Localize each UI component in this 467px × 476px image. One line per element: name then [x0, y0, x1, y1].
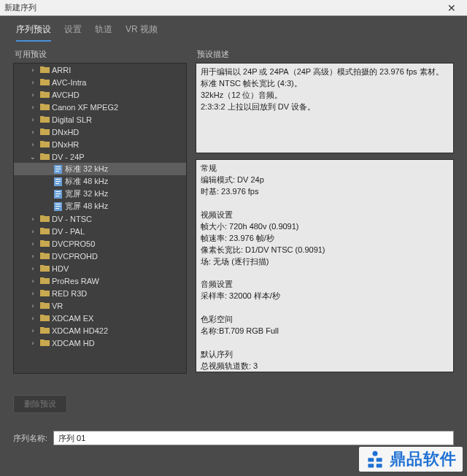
chevron-right-icon[interactable]: ›: [28, 91, 37, 99]
tree-folder[interactable]: ›DNxHD: [14, 126, 186, 138]
tree-folder[interactable]: ›RED R3D: [14, 287, 186, 299]
preset-details-text: 常规 编辑模式: DV 24p 时基: 23.976 fps 视频设置 帧大小:…: [196, 159, 454, 372]
chevron-right-icon[interactable]: ›: [28, 315, 37, 322]
chevron-right-icon[interactable]: ›: [28, 141, 37, 148]
tree-item-label: ARRI: [52, 66, 71, 74]
tree-item-label: 宽屏 48 kHz: [65, 201, 108, 212]
tab-bar: 序列预设设置轨道VR 视频: [0, 16, 467, 42]
tree-folder[interactable]: ›XDCAM HD: [14, 337, 186, 349]
tree-item-label: AVC-Intra: [52, 78, 86, 87]
folder-icon: [39, 227, 50, 236]
tree-folder[interactable]: ›DNxHR: [14, 138, 186, 150]
svg-point-16: [373, 451, 378, 456]
tree-preset[interactable]: 标准 48 kHz: [14, 175, 186, 188]
chevron-right-icon[interactable]: ›: [28, 302, 37, 310]
svg-rect-13: [55, 204, 61, 204]
tree-item-label: DVCPRO50: [52, 239, 95, 248]
sequence-name-input[interactable]: [53, 431, 454, 445]
folder-icon: [39, 78, 50, 87]
chevron-right-icon[interactable]: ›: [28, 215, 37, 223]
chevron-right-icon[interactable]: ›: [28, 240, 37, 247]
svg-rect-6: [55, 181, 61, 182]
tree-folder[interactable]: ›Canon XF MPEG2: [14, 101, 186, 113]
close-icon[interactable]: ✕: [441, 2, 463, 14]
tab-2[interactable]: 轨道: [95, 23, 112, 42]
svg-rect-19: [368, 464, 374, 467]
tree-preset[interactable]: 宽屏 48 kHz: [14, 200, 186, 212]
tree-preset[interactable]: 标准 32 kHz: [14, 163, 186, 175]
window-titlebar: 新建序列 ✕: [0, 0, 467, 16]
chevron-right-icon[interactable]: ›: [28, 79, 37, 86]
tree-folder[interactable]: ›VR: [14, 299, 186, 312]
chevron-right-icon[interactable]: ›: [28, 253, 37, 260]
svg-rect-18: [377, 458, 382, 461]
svg-rect-9: [55, 191, 61, 192]
chevron-right-icon[interactable]: ›: [28, 128, 37, 136]
tree-folder[interactable]: ›XDCAM HD422: [14, 324, 186, 337]
tree-item-label: 标准 32 kHz: [65, 164, 108, 174]
folder-icon: [39, 103, 50, 112]
tree-item-label: RED R3D: [52, 289, 87, 298]
tree-folder[interactable]: ›DV - NTSC: [14, 212, 186, 225]
window-title: 新建序列: [4, 2, 441, 13]
svg-rect-7: [55, 183, 59, 184]
chevron-right-icon[interactable]: ›: [28, 228, 37, 235]
tree-item-label: Digital SLR: [52, 115, 92, 124]
folder-icon: [39, 140, 50, 149]
tree-folder[interactable]: ›HDV: [14, 262, 186, 275]
folder-icon: [39, 314, 50, 323]
tree-folder[interactable]: ›AVCHD: [14, 88, 186, 101]
tree-item-label: Canon XF MPEG2: [52, 103, 118, 112]
chevron-right-icon[interactable]: ›: [28, 339, 37, 347]
watermark: 鼎品软件: [359, 447, 463, 472]
tree-folder[interactable]: ›AVC-Intra: [14, 76, 186, 88]
chevron-right-icon[interactable]: ›: [28, 290, 37, 297]
tree-folder[interactable]: ›Digital SLR: [14, 113, 186, 126]
watermark-icon: [365, 449, 385, 469]
chevron-right-icon[interactable]: ›: [28, 116, 37, 123]
tree-item-label: DV - 24P: [52, 153, 85, 161]
chevron-right-icon[interactable]: ›: [28, 104, 37, 111]
folder-icon: [39, 326, 50, 335]
tree-item-label: 宽屏 32 kHz: [65, 188, 108, 199]
tree-folder[interactable]: ›XDCAM EX: [14, 312, 186, 324]
folder-icon: [39, 339, 50, 348]
chevron-right-icon[interactable]: ›: [28, 265, 37, 272]
preset-icon: [53, 165, 63, 174]
tree-folder[interactable]: ›ARRI: [14, 64, 186, 76]
svg-rect-1: [55, 166, 61, 167]
folder-icon: [39, 302, 50, 310]
tree-preset[interactable]: 宽屏 32 kHz: [14, 188, 186, 200]
tab-0[interactable]: 序列预设: [16, 23, 51, 42]
folder-icon: [39, 215, 50, 223]
tree-item-label: XDCAM HD422: [52, 326, 108, 335]
svg-rect-20: [377, 464, 382, 467]
preset-tree[interactable]: ›ARRI›AVC-Intra›AVCHD›Canon XF MPEG2›Dig…: [13, 63, 187, 374]
folder-icon: [39, 153, 50, 161]
sequence-name-label: 序列名称:: [13, 433, 47, 444]
tree-folder[interactable]: ›ProRes RAW: [14, 275, 186, 287]
folder-icon: [39, 239, 50, 248]
chevron-right-icon[interactable]: ›: [28, 327, 37, 334]
chevron-down-icon[interactable]: ⌄: [28, 153, 37, 161]
available-presets-header: 可用预设: [13, 49, 187, 60]
watermark-text: 鼎品软件: [390, 448, 457, 470]
tree-item-label: ProRes RAW: [52, 277, 99, 285]
tree-folder[interactable]: ⌄DV - 24P: [14, 150, 186, 163]
folder-icon: [39, 264, 50, 273]
tree-item-label: DV - PAL: [52, 227, 85, 236]
tab-1[interactable]: 设置: [64, 23, 82, 42]
tree-folder[interactable]: ›DV - PAL: [14, 225, 186, 237]
tree-folder[interactable]: ›DVCPRO50: [14, 237, 186, 250]
tab-3[interactable]: VR 视频: [126, 23, 158, 42]
svg-rect-10: [55, 193, 61, 194]
folder-icon: [39, 66, 50, 74]
folder-icon: [39, 91, 50, 99]
tree-item-label: AVCHD: [52, 91, 80, 99]
chevron-right-icon[interactable]: ›: [28, 277, 37, 285]
folder-icon: [39, 252, 50, 261]
tree-folder[interactable]: ›DVCPROHD: [14, 250, 186, 262]
chevron-right-icon[interactable]: ›: [28, 66, 37, 74]
svg-rect-15: [55, 208, 59, 209]
tree-item-label: DV - NTSC: [52, 215, 92, 223]
